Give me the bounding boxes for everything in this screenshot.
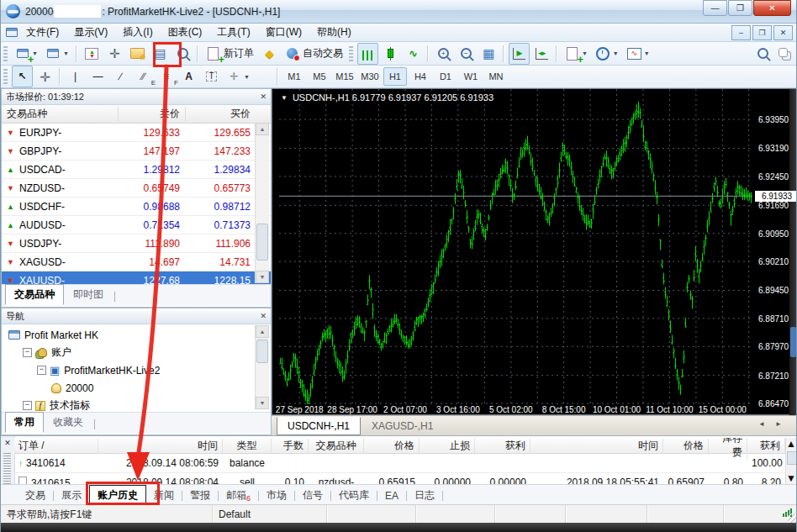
text-button[interactable]: A — [178, 66, 199, 87]
terminal-column-8[interactable]: 时间 — [530, 439, 663, 453]
tree-expander-icon[interactable]: − — [23, 401, 32, 410]
zoom-in-button[interactable]: + — [433, 43, 454, 65]
market-watch-close-icon[interactable]: ✕ — [260, 92, 267, 101]
market-watch-row[interactable]: ▼XAGUSD-14.69714.731 — [2, 253, 271, 271]
terminal-column-7[interactable]: 获利 — [475, 439, 530, 453]
chart-tab-1[interactable]: XAGUSD-,H1 — [361, 417, 444, 435]
periods-button[interactable]: ▼ — [593, 43, 622, 65]
market-watch-row[interactable]: ▼NZDUSD-0.657490.65773 — [2, 179, 271, 198]
tree-expander-icon[interactable]: − — [37, 366, 46, 375]
tile-windows-button[interactable]: ▦ — [478, 43, 499, 65]
terminal-scrollbar[interactable]: ▲ ▼ — [785, 438, 797, 484]
label-button[interactable]: T — [201, 66, 222, 87]
hline-button[interactable]: — — [87, 66, 108, 87]
navigator-tree-item-2[interactable]: −▣ProfitMarketHK-Live2 — [2, 361, 271, 379]
timeframe-button-mn[interactable]: MN — [484, 67, 508, 86]
terminal-column-5[interactable]: 价格 — [364, 439, 420, 453]
search-button[interactable] — [752, 43, 773, 65]
navigator-button[interactable] — [127, 43, 148, 65]
bar-chart-button[interactable] — [357, 43, 378, 65]
terminal-column-9[interactable]: 价格 — [663, 439, 709, 453]
new-chart-button[interactable]: +▼ — [12, 43, 41, 65]
terminal-column-10[interactable]: 库存费 — [709, 438, 747, 460]
scroll-down-icon[interactable]: ▼ — [256, 397, 269, 409]
terminal-tab-6[interactable]: 市场 — [259, 486, 294, 505]
terminal-tab-1[interactable]: 展示 — [54, 486, 89, 505]
child-close-button[interactable]: ✕ — [773, 25, 793, 40]
terminal-column-1[interactable]: 时间 — [98, 439, 223, 453]
menu-item-4[interactable]: 工具(T) — [209, 24, 257, 41]
terminal-tab-8[interactable]: 代码库 — [331, 486, 377, 505]
price-chart-svg[interactable] — [279, 89, 752, 404]
navigator-tab-1[interactable]: 收藏夹 — [44, 412, 92, 433]
timeframe-button-d1[interactable]: D1 — [434, 67, 457, 86]
market-watch-button[interactable]: ▲▼ — [82, 43, 103, 65]
chat-button[interactable] — [775, 43, 796, 65]
timeframe-button-m5[interactable]: M5 — [308, 67, 331, 86]
scroll-up-icon[interactable]: ▲ — [256, 325, 269, 338]
market-watch-row[interactable]: ▼USDJPY-111.890111.906 — [2, 234, 271, 253]
menu-item-1[interactable]: 显示(V) — [66, 24, 115, 41]
scroll-up-icon[interactable]: ▲ — [786, 438, 797, 450]
tab-scroll-arrows[interactable]: ◄ ► — [758, 420, 786, 428]
menu-item-6[interactable]: 帮助(H) — [309, 24, 359, 41]
cursor-button[interactable]: ↖ — [12, 66, 33, 87]
market-watch-column-1[interactable]: 卖价 — [118, 107, 185, 121]
market-watch-scrollbar[interactable]: ▲ ▼ — [255, 123, 269, 283]
market-watch-row[interactable]: ▼EURJPY-129.633129.655 — [2, 124, 271, 142]
menu-item-3[interactable]: 图表(C) — [161, 24, 210, 41]
crosshair-button[interactable]: ✛ — [34, 66, 55, 87]
status-profile[interactable]: Default — [213, 505, 327, 524]
terminal-row[interactable]: ↑34106142018.09.14 08:06:59balanceDEPOSI… — [14, 454, 786, 473]
close-button[interactable]: ✕ — [753, 0, 791, 16]
menu-item-2[interactable]: 插入(I) — [115, 24, 160, 41]
auto-scroll-button[interactable]: ▶ — [509, 43, 530, 65]
terminal-column-11[interactable]: 获利 — [747, 439, 785, 453]
timeframe-button-h4[interactable]: H4 — [409, 67, 432, 86]
navigator-tree-item-0[interactable]: Profit Market HK — [2, 326, 271, 344]
navigator-close-icon[interactable]: ✕ — [260, 312, 267, 320]
metaeditor-button[interactable]: ◆ — [259, 43, 280, 65]
terminal-tab-3[interactable]: 新闻 — [146, 486, 182, 505]
terminal-close-icon[interactable]: ✕ — [1, 436, 14, 447]
timeframe-button-m30[interactable]: M30 — [358, 67, 382, 86]
channel-button[interactable]: ∕∕E — [133, 66, 154, 87]
terminal-tab-0[interactable]: 交易 — [18, 486, 53, 505]
terminal-column-6[interactable]: 止损 — [420, 439, 475, 453]
terminal-button[interactable]: ▤ — [150, 43, 171, 65]
zoom-out-button[interactable]: − — [456, 43, 477, 65]
menu-item-5[interactable]: 窗口(W) — [258, 24, 309, 41]
scroll-down-icon[interactable]: ▼ — [786, 472, 797, 484]
shapes-button[interactable]: ✛▼ — [224, 66, 253, 87]
profiles-button[interactable]: ▼ — [43, 43, 72, 65]
tree-expander-icon[interactable]: − — [23, 348, 32, 357]
market-watch-row[interactable]: ▲USDCHF-0.986880.98712 — [2, 198, 271, 216]
terminal-tab-5[interactable]: 邮箱6 — [219, 486, 258, 505]
autotrading-button[interactable]: 自动交易 — [282, 43, 346, 65]
toolbar-grip[interactable] — [3, 69, 8, 84]
terminal-column-2[interactable]: 类型 — [223, 439, 272, 453]
child-restore-button[interactable]: ❐ — [752, 25, 772, 40]
terminal-column-4[interactable]: 交易品种 — [309, 439, 364, 453]
timeframe-button-h1[interactable]: H1 — [383, 67, 407, 86]
terminal-column-3[interactable]: 手数 — [272, 439, 309, 453]
navigator-tree-item-1[interactable]: −账户 — [2, 344, 271, 361]
navigator-tree-item-3[interactable]: 20000 — [2, 379, 271, 397]
candlestick-button[interactable] — [380, 43, 401, 65]
scroll-up-icon[interactable]: ▲ — [256, 123, 269, 135]
restore-button[interactable]: ❐ — [728, 0, 752, 16]
market-watch-row[interactable]: ▼GBPJPY-147.197147.233 — [2, 142, 271, 161]
indicators-button[interactable]: +▼ — [562, 43, 591, 65]
market-watch-row[interactable]: ▲AUDUSD-0.713540.71373 — [2, 216, 271, 234]
minimize-button[interactable]: — — [703, 0, 727, 16]
vline-button[interactable]: | — [65, 66, 86, 87]
chart-vertical-scrollbar[interactable] — [789, 89, 797, 416]
scroll-down-icon[interactable]: ▼ — [256, 271, 269, 283]
strategy-tester-button[interactable] — [172, 43, 193, 65]
resize-grip[interactable] — [788, 514, 797, 523]
terminal-tab-4[interactable]: 警报 — [182, 486, 218, 505]
chart-shift-button[interactable]: ◂▸ — [531, 43, 552, 65]
chart-window[interactable]: ▼ USDCNH-,H1 6.91779 6.91937 6.91205 6.9… — [272, 88, 797, 415]
terminal-tab-9[interactable]: EA — [377, 487, 406, 504]
terminal-tab-7[interactable]: 信号 — [295, 486, 330, 505]
